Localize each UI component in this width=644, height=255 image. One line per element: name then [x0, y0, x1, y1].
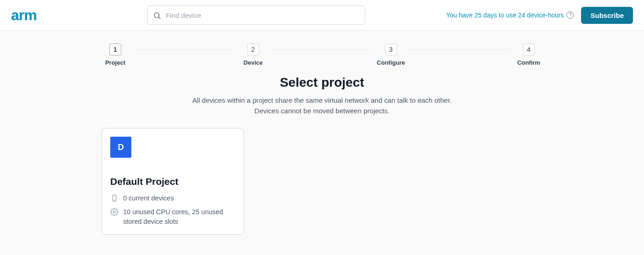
search-icon	[153, 11, 161, 20]
svg-point-4	[113, 211, 116, 213]
step-label: Configure	[377, 59, 405, 66]
step-number: 3	[385, 44, 397, 55]
step-connector	[271, 50, 373, 50]
page-title: Select project	[0, 75, 644, 90]
page-desc-line2: Devices cannot be moved between projects…	[254, 107, 390, 115]
project-card-default[interactable]: D Default Project 0 current devices	[102, 128, 244, 235]
project-resources-text: 10 unused CPU cores, 25 unused stored de…	[123, 207, 235, 226]
project-resources-row: 10 unused CPU cores, 25 unused stored de…	[110, 207, 235, 226]
svg-line-1	[159, 17, 160, 18]
step-number: 4	[523, 44, 535, 55]
step-number: 2	[247, 44, 259, 55]
project-devices-row: 0 current devices	[110, 194, 235, 203]
header-right: You have 25 days to use 24 device-hours …	[446, 7, 633, 24]
trial-info[interactable]: You have 25 days to use 24 device-hours …	[446, 11, 574, 19]
page-desc-line1: All devices within a project share the s…	[192, 96, 452, 104]
project-devices-text: 0 current devices	[123, 194, 174, 203]
arm-logo: arm	[11, 7, 66, 24]
trial-info-text: You have 25 days to use 24 device-hours	[446, 11, 564, 19]
page-body: 1 Project 2 Device 3 Configure 4 Confirm…	[0, 31, 644, 255]
device-icon	[110, 194, 119, 202]
step-connector	[409, 50, 510, 50]
step-number: 1	[109, 44, 121, 55]
search-wrap	[75, 6, 437, 25]
projects-list: D Default Project 0 current devices	[92, 128, 552, 235]
help-icon[interactable]: ?	[566, 11, 574, 19]
page-description: All devices within a project share the s…	[161, 95, 483, 116]
step-confirm[interactable]: 4 Confirm	[510, 44, 547, 66]
gear-icon	[110, 208, 119, 216]
step-label: Confirm	[517, 59, 540, 66]
step-label: Device	[243, 59, 263, 66]
project-name: Default Project	[110, 176, 235, 187]
step-label: Project	[105, 59, 125, 66]
app-header: arm You have 25 days to use 24 device-ho…	[0, 0, 644, 31]
step-project[interactable]: 1 Project	[97, 44, 134, 66]
subscribe-button[interactable]: Subscribe	[581, 7, 633, 24]
project-avatar: D	[110, 137, 131, 158]
step-configure[interactable]: 3 Configure	[373, 44, 409, 66]
step-device[interactable]: 2 Device	[235, 44, 271, 66]
search-input[interactable]	[166, 11, 359, 19]
search-box[interactable]	[147, 6, 365, 25]
stepper: 1 Project 2 Device 3 Configure 4 Confirm	[92, 44, 552, 66]
step-connector	[134, 50, 235, 50]
